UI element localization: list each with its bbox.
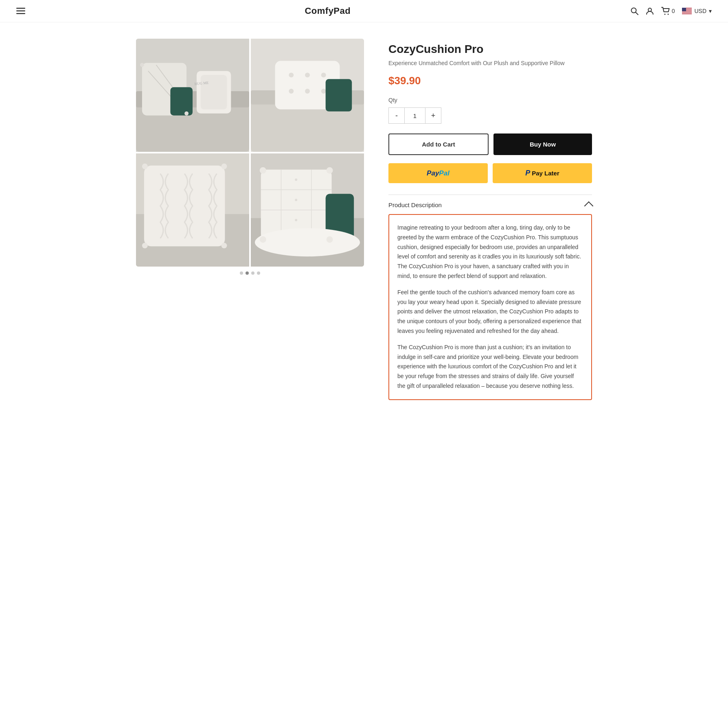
- pay-later-content: P Pay Later: [525, 169, 559, 177]
- svg-point-54: [295, 199, 297, 201]
- product-description-section: Product Description Imagine retreating t…: [388, 195, 592, 400]
- description-content: Imagine retreating to your bedroom after…: [388, 214, 592, 400]
- svg-point-53: [295, 179, 297, 181]
- product-subtitle: Experience Unmatched Comfort with Our Pl…: [388, 60, 592, 66]
- dot-4[interactable]: [257, 271, 260, 275]
- svg-point-37: [321, 89, 326, 94]
- svg-line-4: [636, 13, 638, 15]
- buy-now-button[interactable]: Buy Now: [493, 133, 592, 155]
- desc-paragraph-3: The CozyCushion Pro is more than just a …: [397, 343, 583, 391]
- svg-point-43: [221, 164, 227, 169]
- svg-rect-24: [201, 75, 227, 109]
- svg-point-59: [327, 167, 333, 174]
- currency-chevron[interactable]: ▾: [709, 8, 712, 14]
- svg-point-6: [664, 14, 665, 15]
- account-icon[interactable]: [646, 7, 654, 15]
- add-to-cart-button[interactable]: Add to Cart: [388, 133, 489, 155]
- paypal-logo: PayPal: [427, 169, 450, 177]
- header-left: [16, 8, 25, 14]
- svg-rect-12: [682, 11, 692, 12]
- svg-rect-22: [170, 87, 193, 116]
- svg-rect-2: [16, 13, 25, 14]
- header-right: 0 USD ▾: [630, 7, 712, 15]
- qty-plus-button[interactable]: +: [425, 107, 441, 124]
- svg-rect-1: [16, 11, 25, 12]
- cart-icon[interactable]: 0: [661, 7, 675, 15]
- svg-point-42: [142, 164, 148, 169]
- svg-point-27: [184, 112, 189, 116]
- description-title: Product Description: [388, 201, 442, 208]
- svg-point-3: [631, 8, 636, 13]
- svg-rect-0: [16, 8, 25, 9]
- search-icon[interactable]: [630, 7, 638, 15]
- image-grid: HUG ME: [136, 39, 364, 267]
- dot-1[interactable]: [240, 271, 243, 275]
- dot-3[interactable]: [251, 271, 254, 275]
- svg-point-36: [305, 89, 310, 94]
- currency-label: USD: [694, 8, 706, 14]
- product-image-2[interactable]: [251, 39, 364, 152]
- desc-paragraph-2: Feel the gentle touch of the cushion's a…: [397, 288, 583, 336]
- svg-point-55: [295, 219, 297, 221]
- svg-point-26: [140, 63, 144, 67]
- pay-later-button[interactable]: P Pay Later: [493, 163, 592, 183]
- svg-point-58: [260, 167, 266, 174]
- svg-rect-14: [682, 13, 692, 14]
- qty-minus-button[interactable]: -: [388, 107, 405, 124]
- qty-value: 1: [405, 107, 425, 124]
- chevron-up-icon: [584, 201, 594, 210]
- svg-point-60: [260, 236, 266, 243]
- qty-label: Qty: [388, 97, 592, 103]
- svg-rect-13: [682, 12, 692, 13]
- currency-selector[interactable]: USD ▾: [682, 8, 712, 14]
- qty-controls: - 1 +: [388, 107, 592, 124]
- svg-point-35: [289, 89, 294, 94]
- action-buttons: Add to Cart Buy Now: [388, 133, 592, 155]
- paypal-button[interactable]: PayPal: [388, 163, 488, 183]
- description-header[interactable]: Product Description: [388, 201, 592, 214]
- desc-paragraph-1: Imagine retreating to your bedroom after…: [397, 223, 583, 281]
- product-price: $39.90: [388, 74, 592, 87]
- svg-rect-15: [682, 8, 686, 11]
- svg-rect-38: [326, 79, 352, 111]
- svg-point-57: [255, 228, 360, 257]
- main-content: HUG ME: [120, 39, 608, 400]
- dot-2[interactable]: [246, 271, 249, 275]
- menu-icon[interactable]: [16, 8, 25, 14]
- svg-point-44: [142, 243, 148, 248]
- product-images: HUG ME: [136, 39, 364, 400]
- cart-count: 0: [672, 8, 675, 14]
- svg-point-32: [289, 72, 294, 77]
- site-title[interactable]: ComfyPad: [305, 6, 351, 16]
- product-image-3[interactable]: [136, 153, 249, 267]
- image-dots: [136, 271, 364, 275]
- product-image-1[interactable]: HUG ME: [136, 39, 249, 152]
- product-image-4[interactable]: [251, 153, 364, 267]
- svg-point-33: [305, 72, 310, 77]
- svg-point-34: [321, 72, 326, 77]
- paypal-buttons: PayPal P Pay Later: [388, 163, 592, 183]
- header-center: ComfyPad: [25, 6, 630, 16]
- svg-point-5: [648, 8, 651, 11]
- svg-point-61: [327, 236, 333, 243]
- svg-point-7: [667, 14, 669, 15]
- header: ComfyPad 0: [0, 0, 728, 22]
- svg-point-45: [221, 243, 227, 248]
- product-details: CozyCushion Pro Experience Unmatched Com…: [388, 39, 592, 400]
- product-title: CozyCushion Pro: [388, 43, 592, 56]
